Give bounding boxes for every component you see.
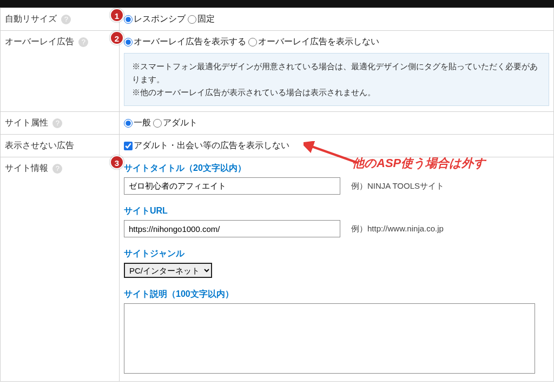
cell-site-info: 3 他のASP使う場合は外す サイトタイトル（20文字以内）: [120, 157, 554, 382]
label-text: サイト情報: [5, 163, 48, 172]
site-title-example: 例）NINJA TOOLSサイト: [351, 181, 444, 191]
field-label-site-desc: サイト説明（100文字以内）: [124, 289, 549, 300]
help-icon[interactable]: ?: [61, 15, 71, 24]
site-desc-textarea[interactable]: [124, 303, 535, 374]
annotation-text: 他のASP使う場合は外す: [352, 155, 486, 171]
field-label-site-url: サイトURL: [124, 205, 549, 217]
radio-adult[interactable]: [153, 119, 162, 128]
label-site-attr: サイト属性 ?: [1, 112, 120, 135]
label-site-info: サイト情報 ?: [1, 157, 120, 382]
top-bar: [0, 0, 554, 8]
radio-fixed[interactable]: [188, 15, 196, 24]
badge-2: 2: [110, 31, 124, 45]
label-overlay-ad: オーバーレイ広告 ?: [1, 31, 120, 112]
row-site-attr: サイト属性 ? 一般 アダルト: [1, 112, 554, 135]
row-hide-ads: 表示させない広告 アダルト・出会い等の広告を表示しない: [1, 135, 554, 157]
row-auto-resize: 自動リサイズ ? 1 レスポンシブ 固定: [1, 8, 554, 31]
radio-responsive[interactable]: [124, 15, 133, 24]
radio-general-label: 一般: [134, 117, 151, 129]
field-site-desc: サイト説明（100文字以内）: [124, 289, 549, 376]
site-url-example: 例）http://www.ninja.co.jp: [351, 224, 444, 234]
badge-3: 3: [110, 155, 124, 169]
cell-auto-resize: 1 レスポンシブ 固定: [120, 8, 554, 31]
radio-overlay-show[interactable]: [124, 38, 133, 46]
radio-adult-label: アダルト: [163, 117, 197, 129]
radio-overlay-show-label: オーバーレイ広告を表示する: [134, 36, 246, 48]
row-overlay-ad: オーバーレイ広告 ? 2 オーバーレイ広告を表示する オーバーレイ広告を表示しな…: [1, 31, 554, 112]
label-text: オーバーレイ広告: [5, 37, 74, 46]
row-site-info: サイト情報 ? 3 他のASP使う場合は外す サイトタイトル（: [1, 157, 554, 382]
help-icon[interactable]: ?: [52, 164, 62, 174]
overlay-note: ※スマートフォン最適化デザインが用意されている場合は、最適化デザイン側にタグを貼…: [124, 53, 549, 106]
radio-fixed-label: 固定: [197, 14, 215, 25]
field-site-url: サイトURL 例）http://www.ninja.co.jp: [124, 205, 549, 237]
label-text: 表示させない広告: [5, 141, 74, 150]
radio-overlay-hide-label: オーバーレイ広告を表示しない: [258, 36, 379, 48]
site-title-input[interactable]: [124, 177, 340, 195]
note-line-1: ※スマートフォン最適化デザインが用意されている場合は、最適化デザイン側にタグを貼…: [132, 60, 541, 86]
cell-site-attr: 一般 アダルト: [120, 112, 554, 135]
badge-1: 1: [110, 8, 124, 22]
radio-general[interactable]: [124, 119, 133, 128]
settings-form: 自動リサイズ ? 1 レスポンシブ 固定 オーバーレイ広告 ? 2: [0, 8, 554, 382]
field-label-site-genre: サイトジャンル: [124, 248, 549, 260]
help-icon[interactable]: ?: [78, 37, 88, 47]
field-site-genre: サイトジャンル PC/インターネット: [124, 248, 549, 278]
label-text: サイト属性: [5, 118, 48, 127]
checkbox-hide-adult-label: アダルト・出会い等の広告を表示しない: [134, 140, 289, 151]
radio-responsive-label: レスポンシブ: [134, 14, 186, 25]
site-genre-select[interactable]: PC/インターネット: [124, 263, 212, 278]
cell-hide-ads: アダルト・出会い等の広告を表示しない: [120, 135, 554, 157]
label-hide-ads: 表示させない広告: [1, 135, 120, 157]
radio-overlay-hide[interactable]: [248, 38, 257, 46]
checkbox-hide-adult[interactable]: [124, 142, 133, 150]
label-text: 自動リサイズ: [5, 14, 57, 23]
site-url-input[interactable]: [124, 220, 340, 237]
cell-overlay-ad: 2 オーバーレイ広告を表示する オーバーレイ広告を表示しない ※スマートフォン最…: [120, 31, 554, 112]
help-icon[interactable]: ?: [52, 118, 62, 128]
label-auto-resize: 自動リサイズ ?: [1, 8, 120, 31]
note-line-2: ※他のオーバーレイ広告が表示されている場合は表示されません。: [132, 86, 541, 99]
